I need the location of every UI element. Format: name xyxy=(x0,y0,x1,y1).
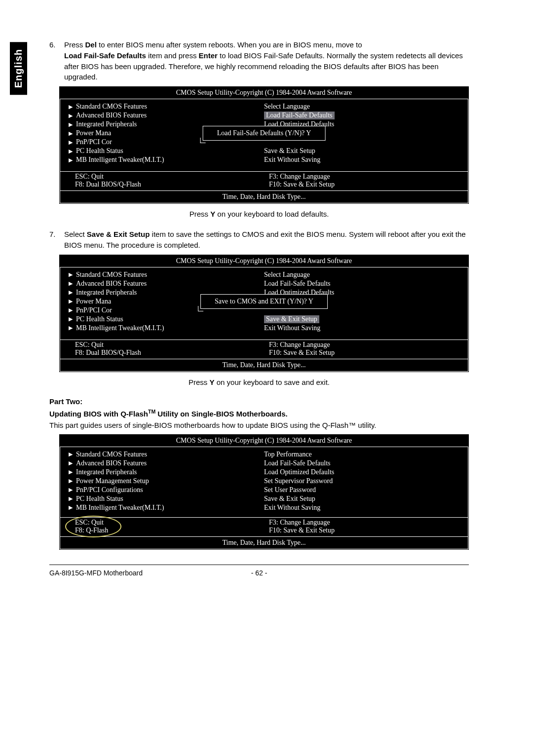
bios-title: CMOS Setup Utility-Copyright (C) 1984-20… xyxy=(60,87,468,99)
bios-main: ▶Standard CMOS Features ▶Advanced BIOS F… xyxy=(60,447,468,518)
key-hint: ESC: Quit xyxy=(75,341,269,349)
menu-item: PnP/PCI Cor xyxy=(76,306,112,314)
bios-dialog: Save to CMOS and EXIT (Y/N)? Y xyxy=(200,294,328,309)
triangle-icon: ▶ xyxy=(65,469,76,475)
key-hint: ESC: Quit xyxy=(75,519,269,527)
menu-item: MB Intelligent Tweaker(M.I.T.) xyxy=(76,324,164,332)
bios-dialog: Load Fail-Safe Defaults (Y/N)? Y xyxy=(203,126,326,141)
step-body: Select Save & Exit Setup item to save th… xyxy=(64,229,469,251)
bios-footer-keys: ESC: Quit F8: Dual BIOS/Q-Flash F3: Chan… xyxy=(60,340,468,359)
bios-footer-keys: ESC: Quit F8: Dual BIOS/Q-Flash F3: Chan… xyxy=(60,172,468,191)
menu-item: Standard CMOS Features xyxy=(76,451,147,458)
key-hint: F10: Save & Exit Setup xyxy=(269,527,463,534)
triangle-icon: ▶ xyxy=(65,298,76,304)
step-body: Press Del to enter BIOS menu after syste… xyxy=(64,39,469,82)
trademark: TM xyxy=(148,409,155,415)
key-hint: ESC: Quit xyxy=(75,173,269,181)
footer-left: GA-8I915G-MFD Motherboard xyxy=(49,569,229,577)
key-hint: F8: Q-Flash xyxy=(75,527,269,534)
key-hint: F3: Change Language xyxy=(269,519,463,527)
text: Select xyxy=(64,230,87,238)
menu-item: Advanced BIOS Features xyxy=(76,280,147,288)
menu-item: Power Mana xyxy=(76,129,111,137)
bios-footer-keys: ESC: Quit F8: Q-Flash F3: Change Languag… xyxy=(60,518,468,537)
menu-item: Advanced BIOS Features xyxy=(76,459,147,467)
menu-item-highlighted: Save & Exit Setup xyxy=(264,315,319,323)
menu-item: MB Intelligent Tweaker(M.I.T.) xyxy=(76,504,164,512)
triangle-icon: ▶ xyxy=(65,487,76,493)
menu-item: Integrated Peripherals xyxy=(76,468,137,476)
bios-screenshot-2: CMOS Setup Utility-Copyright (C) 1984-20… xyxy=(59,255,469,372)
page-footer: GA-8I915G-MFD Motherboard - 62 - xyxy=(49,565,469,577)
menu-item: Select Language xyxy=(264,271,310,279)
menu-item: PnP/PCI Cor xyxy=(76,138,112,146)
triangle-icon: ▶ xyxy=(65,316,76,322)
menu-item: Load Fail-Safe Defaults xyxy=(264,280,331,288)
triangle-icon: ▶ xyxy=(65,157,76,163)
footer-page-number: - 62 - xyxy=(229,569,289,577)
step-number: 7. xyxy=(49,229,64,251)
menu-item: Save & Exit Setup xyxy=(264,147,315,155)
menu-item: Load Optimized Defaults xyxy=(264,468,334,476)
triangle-icon: ▶ xyxy=(65,495,76,502)
menu-item-highlighted: Load Fail-Safe Defaults xyxy=(264,112,335,119)
menu-item: PC Health Status xyxy=(76,315,123,323)
menu-item: PC Health Status xyxy=(76,495,123,503)
triangle-icon: ▶ xyxy=(65,460,76,466)
triangle-icon: ▶ xyxy=(65,139,76,146)
triangle-icon: ▶ xyxy=(65,121,76,128)
key-y: Y xyxy=(210,210,215,218)
key-y: Y xyxy=(210,378,215,386)
key-del: Del xyxy=(85,40,97,49)
bios-left-col: ▶Standard CMOS Features ▶Advanced BIOS F… xyxy=(65,450,264,512)
key-hint: F10: Save & Exit Setup xyxy=(269,349,463,357)
menu-item: PC Health Status xyxy=(76,147,123,155)
triangle-icon: ▶ xyxy=(65,280,76,287)
bios-title: CMOS Setup Utility-Copyright (C) 1984-20… xyxy=(60,255,468,267)
menu-item: PnP/PCI Configurations xyxy=(76,486,143,494)
caption: Press Y on your keyboard to load default… xyxy=(49,210,469,218)
bios-help-line: Time, Date, Hard Disk Type... xyxy=(60,359,468,372)
bios-screenshot-3: CMOS Setup Utility-Copyright (C) 1984-20… xyxy=(59,434,469,550)
triangle-icon: ▶ xyxy=(65,289,76,296)
key-hint: F3: Change Language xyxy=(269,173,463,181)
menu-item: Select Language xyxy=(264,103,310,111)
menu-item: Save & Exit Setup xyxy=(264,495,315,503)
bios-title: CMOS Setup Utility-Copyright (C) 1984-20… xyxy=(60,435,468,447)
item-name: Load Fail-Safe Defaults xyxy=(64,51,146,60)
text: item and press xyxy=(146,51,199,60)
triangle-icon: ▶ xyxy=(65,104,76,110)
step-7: 7. Select Save & Exit Setup item to save… xyxy=(49,229,469,251)
text: to enter BIOS menu after system reboots.… xyxy=(97,40,362,49)
key-hint: F10: Save & Exit Setup xyxy=(269,181,463,189)
triangle-icon: ▶ xyxy=(65,148,76,154)
menu-item: Power Management Setup xyxy=(76,477,149,485)
key-hint: F3: Change Language xyxy=(269,341,463,349)
key-enter: Enter xyxy=(199,51,218,60)
menu-item: Top Performance xyxy=(264,451,312,458)
caption: Press Y on your keyboard to save and exi… xyxy=(49,378,469,386)
part-two-label: Part Two: xyxy=(49,397,469,406)
triangle-icon: ▶ xyxy=(65,504,76,511)
bios-right-col: Top Performance Load Fail-Safe Defaults … xyxy=(264,450,463,512)
menu-item: MB Intelligent Tweaker(M.I.T.) xyxy=(76,156,164,164)
menu-item: Integrated Peripherals xyxy=(76,120,137,128)
triangle-icon: ▶ xyxy=(65,271,76,278)
bios-main: ▶Standard CMOS Features ▶Advanced BIOS F… xyxy=(60,267,468,340)
menu-item: Exit Without Saving xyxy=(264,324,320,332)
step-number: 6. xyxy=(49,39,64,82)
triangle-icon: ▶ xyxy=(65,113,76,119)
triangle-icon: ▶ xyxy=(65,325,76,331)
menu-item: Integrated Peripherals xyxy=(76,289,137,297)
menu-item: Advanced BIOS Features xyxy=(76,112,147,119)
bios-help-line: Time, Date, Hard Disk Type... xyxy=(60,191,468,203)
triangle-icon: ▶ xyxy=(65,478,76,484)
menu-item: Exit Without Saving xyxy=(264,156,320,164)
menu-item: Load Fail-Safe Defaults xyxy=(264,459,331,467)
text: Press xyxy=(64,40,85,49)
menu-item: Set Supervisor Password xyxy=(264,477,333,485)
part-two-heading: Updating BIOS with Q-FlashTM Utility on … xyxy=(49,409,469,418)
menu-item: Standard CMOS Features xyxy=(76,103,147,111)
intro-text: This part guides users of single-BIOS mo… xyxy=(49,421,469,429)
key-hint: F8: Dual BIOS/Q-Flash xyxy=(75,181,269,189)
